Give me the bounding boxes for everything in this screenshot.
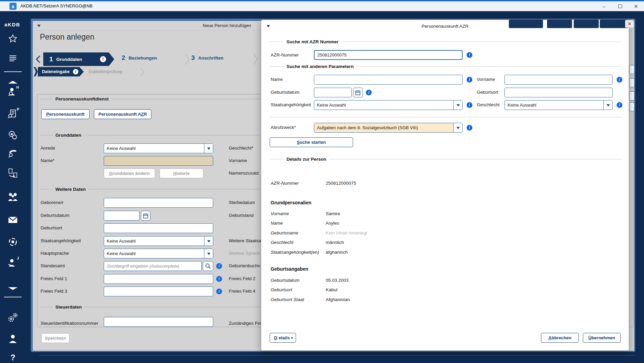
subtab-dateneingabe[interactable]: Dateneingabe ! (38, 67, 84, 76)
name-input[interactable] (104, 156, 213, 166)
tab-anschriften[interactable]: 3 Anschriften (191, 54, 224, 62)
grundpersonalien-header: Grundpersonalien (271, 200, 312, 205)
document-search-icon[interactable]: P (7, 108, 19, 120)
tab-beziehungen[interactable]: 2 Beziehungen (122, 54, 157, 62)
geburtsdatum-input[interactable] (104, 211, 140, 221)
bottom-separator (39, 355, 635, 356)
freies-feld-1-input[interactable] (104, 274, 213, 284)
dialog-geburtsdatum-input[interactable] (314, 88, 352, 97)
standesamt-input[interactable] (104, 261, 202, 271)
person-history-icon[interactable]: H (7, 86, 19, 98)
dialog-vorname-label: Vorname (477, 77, 495, 82)
step-label: Anschriften (198, 55, 224, 61)
personenauskunft-azr-button[interactable]: Personenauskunft AZR (94, 109, 151, 119)
os-titlebar: a AKDB.NET/SetzerA SYNERGO@NB – ✕ (0, 1, 644, 11)
right-label-geschlecht: Geschlecht* (229, 145, 253, 151)
standesamt-label: Standesamt (41, 263, 65, 268)
info-icon[interactable]: i (216, 263, 222, 269)
dialog-geburtsort-input[interactable] (504, 88, 613, 97)
tab-grunddaten[interactable]: 1 Grunddaten ! (43, 52, 114, 66)
geburtsangaben-header: Geburtsangaben (271, 266, 308, 272)
info-icon[interactable]: i (467, 102, 472, 108)
hand-search-icon[interactable] (7, 147, 19, 159)
personenauskunft-azr-dialog: Personenauskunft AZR Suche mit AZR Numme… (261, 20, 629, 351)
azr-nummer-input[interactable] (314, 50, 463, 60)
abbrechen-button[interactable]: Abbrechen (541, 333, 579, 343)
standesamt-search-button[interactable] (203, 261, 213, 271)
info-icon[interactable]: i (216, 289, 222, 294)
dialog-staatsangehoerigkeit-select[interactable]: Keine Auswahl (314, 100, 463, 110)
step-separator-chevron (184, 53, 190, 65)
hauptsprache-select[interactable]: Keine Auswahl (104, 249, 213, 258)
calendar-button[interactable] (141, 211, 150, 221)
toolbar-button-sliver[interactable] (547, 20, 572, 28)
geburtsort-input[interactable] (104, 223, 213, 233)
chevron-down-icon[interactable] (453, 123, 462, 132)
info-icon[interactable]: i (467, 52, 472, 58)
historie-button[interactable]: Historie (159, 168, 203, 178)
calendar-icon (355, 90, 361, 95)
info-icon[interactable]: i (617, 102, 622, 108)
geborene-input[interactable] (104, 198, 213, 208)
close-button[interactable]: ✕ (628, 1, 644, 11)
info-icon[interactable]: i (216, 276, 222, 282)
info-icon[interactable]: i (617, 77, 622, 83)
help-icon[interactable]: ? (7, 352, 19, 363)
speichern-button[interactable]: Speichern (41, 333, 70, 343)
abrufzweck-select[interactable]: Aufgaben nach dem 8. Sozialgesetzbuch (S… (314, 123, 463, 133)
toolbar-button-sliver[interactable] (600, 20, 628, 28)
freies-feld-3-label: Freies Feld 3 (41, 289, 67, 294)
akdb-logo: aKDB (4, 22, 20, 27)
personenauskunft-button[interactable]: Personenauskunft (41, 109, 90, 119)
details-button[interactable]: Details▾ (270, 333, 296, 343)
maximize-button[interactable] (612, 1, 628, 11)
user-profile-icon[interactable] (7, 333, 19, 345)
info-icon[interactable]: i (366, 90, 372, 95)
window-title: AKDB.NET/SetzerA SYNERGO@NB (20, 3, 93, 8)
target-icon[interactable] (7, 236, 19, 248)
chevron-down-icon[interactable] (204, 249, 213, 258)
warning-badge: ! (100, 56, 106, 62)
menu-list-icon[interactable] (7, 52, 19, 64)
documents-transfer-icon[interactable] (7, 167, 19, 179)
dialog-name-input[interactable] (314, 75, 463, 85)
dialog-section-azr: Suche mit AZR Nummer (270, 39, 621, 44)
dialog-close-button[interactable]: ✕ (625, 20, 634, 28)
subtab-separator-chevron (140, 67, 145, 77)
steps-back-chevron[interactable] (35, 55, 41, 63)
chevron-down-icon: ▾ (291, 336, 293, 340)
anrede-select[interactable]: Keine Auswahl (104, 143, 213, 153)
caption-collapse-icon[interactable] (37, 25, 41, 29)
freies-feld-3-input[interactable] (104, 287, 213, 296)
steuerid-input[interactable] (104, 317, 213, 327)
toolbar-button-sliver[interactable] (509, 20, 543, 28)
suche-starten-button[interactable]: Suche starten (270, 137, 353, 147)
uebernehmen-button[interactable]: Übernehmen (583, 333, 621, 343)
chevron-down-icon[interactable] (453, 100, 462, 110)
chevron-down-icon[interactable] (603, 100, 612, 110)
settings-gears-icon[interactable] (7, 312, 19, 323)
dialog-calendar-button[interactable] (353, 88, 363, 97)
certificate-badge-icon[interactable] (7, 130, 19, 141)
grunddaten-aendern-button[interactable]: Grunddaten ändern (104, 168, 155, 178)
toolbar-button-sliver[interactable] (574, 20, 599, 28)
mail-icon[interactable] (7, 214, 19, 226)
minimize-button[interactable]: – (596, 1, 612, 11)
dialog-vorname-input[interactable] (504, 75, 613, 85)
chevron-down-icon[interactable] (204, 144, 213, 153)
warning-badge: ! (73, 69, 78, 74)
favorites-star-icon[interactable] (7, 33, 19, 45)
info-icon[interactable]: i (467, 125, 472, 131)
info-icon[interactable]: i (467, 77, 472, 83)
detail-label: Geburtsort Staat (271, 297, 304, 302)
staatsangehoerigkeit-select[interactable]: Keine Auswahl (104, 236, 213, 246)
right-label-namenszusatz: Namenszusatz (229, 171, 259, 176)
person-youth-icon[interactable]: J (7, 257, 19, 269)
chevron-down-icon[interactable] (204, 236, 213, 246)
family-icon[interactable] (7, 191, 19, 203)
dialog-geschlecht-select[interactable]: Keine Auswahl (504, 100, 613, 110)
chevron-down-sidebar-icon[interactable] (7, 283, 19, 294)
subtab-dublettenpruefung[interactable]: Dublettenprüfung (89, 69, 122, 74)
dialog-section-params: Suche mit anderen Parametern (270, 64, 621, 69)
geburtsdatum-label: Geburtsdatum (41, 213, 70, 218)
